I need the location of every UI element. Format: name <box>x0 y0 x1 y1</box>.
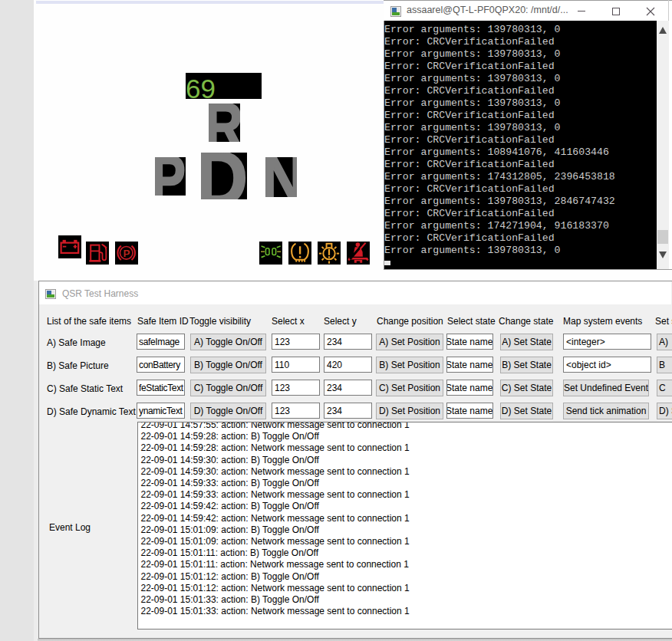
svg-text:P: P <box>124 248 130 259</box>
